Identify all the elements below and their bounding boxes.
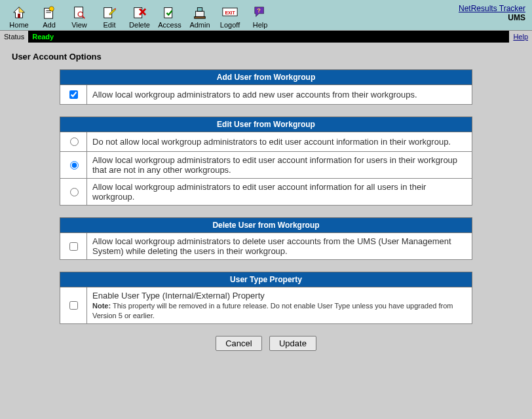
status-value: Ready xyxy=(28,31,58,43)
usertype-note-text: This property will be removed in a futur… xyxy=(92,302,453,319)
status-bar: Status Ready Help xyxy=(0,31,532,43)
view-icon xyxy=(71,5,87,20)
section-add-header: Add User from Workgroup xyxy=(60,70,472,85)
help-icon: ? xyxy=(252,5,268,20)
logoff-button[interactable]: EXIT Logoff xyxy=(215,5,245,30)
admin-button[interactable]: Admin xyxy=(185,5,215,30)
svg-rect-1 xyxy=(18,14,20,18)
app-module: UMS xyxy=(508,13,525,22)
delete-allow-label: Allow local workgroup administrators to … xyxy=(87,233,472,260)
edit-icon xyxy=(102,5,117,20)
view-label: View xyxy=(71,21,87,29)
section-delete-header: Delete User from Workgroup xyxy=(60,218,472,233)
edit-opt3-label: Allow local workgroup administrators to … xyxy=(87,179,472,206)
app-name-link[interactable]: NetResults Tracker xyxy=(459,4,525,13)
edit-opt1-radio[interactable] xyxy=(70,137,79,146)
section-user-type: User Type Property Enable User Type (Int… xyxy=(60,272,472,324)
edit-opt1-label: Do not allow local workgroup administrat… xyxy=(87,132,472,152)
page-title: User Account Options xyxy=(12,52,523,62)
svg-rect-17 xyxy=(196,11,204,16)
svg-text:EXIT: EXIT xyxy=(225,10,235,15)
usertype-enable-checkbox[interactable] xyxy=(69,301,78,310)
section-usertype-header: User Type Property xyxy=(60,272,472,287)
top-toolbar: Home Add View Edit Delete Access Admin xyxy=(0,0,532,31)
delete-button[interactable]: Delete xyxy=(124,5,155,30)
delete-icon xyxy=(132,5,147,20)
delete-allow-checkbox[interactable] xyxy=(69,242,78,251)
section-edit-user: Edit User from Workgroup Do not allow lo… xyxy=(60,117,472,206)
app-branding: NetResults Tracker UMS xyxy=(459,4,525,22)
section-edit-header: Edit User from Workgroup xyxy=(60,117,472,132)
add-label: Add xyxy=(43,21,56,29)
status-help-link[interactable]: Help xyxy=(509,31,532,43)
usertype-note-label: Note: xyxy=(92,302,111,310)
usertype-cell: Enable User Type (Internal/External) Pro… xyxy=(87,287,472,324)
content-area: User Account Options Add User from Workg… xyxy=(0,43,532,357)
home-icon xyxy=(11,5,27,20)
logoff-label: Logoff xyxy=(220,21,240,29)
access-icon xyxy=(162,5,178,20)
edit-opt2-radio[interactable] xyxy=(70,161,79,170)
edit-opt2-label: Allow local workgroup administrators to … xyxy=(87,152,472,179)
home-label: Home xyxy=(9,21,28,29)
update-button[interactable]: Update xyxy=(269,336,316,351)
svg-rect-19 xyxy=(197,8,202,12)
svg-marker-2 xyxy=(19,7,24,12)
access-button[interactable]: Access xyxy=(155,5,185,30)
add-allow-label: Allow local workgroup administrators to … xyxy=(87,85,472,105)
access-label: Access xyxy=(158,21,181,29)
view-button[interactable]: View xyxy=(64,5,94,30)
edit-opt3-radio[interactable] xyxy=(70,188,79,196)
exit-icon: EXIT xyxy=(222,5,238,20)
admin-label: Admin xyxy=(189,21,210,29)
edit-label: Edit xyxy=(104,21,116,29)
usertype-note: Note: This property will be removed in a… xyxy=(92,302,453,319)
admin-icon xyxy=(192,5,208,20)
edit-button[interactable]: Edit xyxy=(94,5,124,30)
section-delete-user: Delete User from Workgroup Allow local w… xyxy=(60,217,472,260)
help-label: Help xyxy=(253,21,268,29)
help-button[interactable]: ? Help xyxy=(245,5,275,30)
status-label: Status xyxy=(0,31,28,43)
svg-text:?: ? xyxy=(257,7,261,14)
usertype-enable-label: Enable User Type (Internal/External) Pro… xyxy=(92,291,265,301)
section-add-user: Add User from Workgroup Allow local work… xyxy=(60,69,472,105)
home-button[interactable]: Home xyxy=(4,5,34,30)
add-icon xyxy=(41,5,57,20)
svg-rect-18 xyxy=(195,16,206,18)
button-row: Cancel Update xyxy=(9,336,523,351)
add-allow-checkbox[interactable] xyxy=(69,90,78,99)
delete-label: Delete xyxy=(129,21,150,29)
cancel-button[interactable]: Cancel xyxy=(216,336,261,351)
add-button[interactable]: Add xyxy=(34,5,64,30)
